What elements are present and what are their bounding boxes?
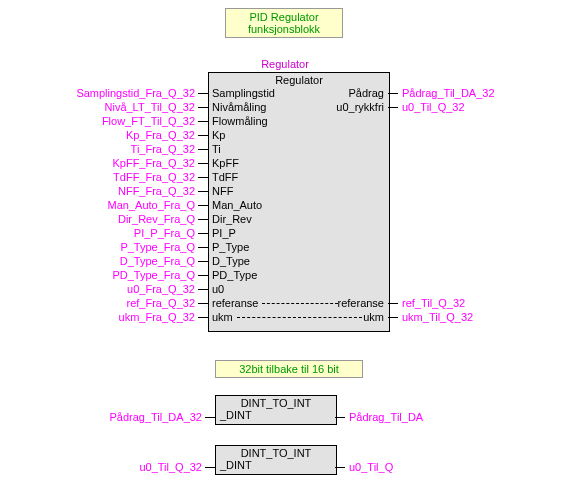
stub bbox=[198, 247, 208, 248]
stub bbox=[198, 205, 208, 206]
stub bbox=[198, 261, 208, 262]
row-3: Kp_Fra_Q_32 Kp bbox=[0, 128, 570, 142]
stub bbox=[198, 177, 208, 178]
row-12: D_Type_Fra_Q D_Type bbox=[0, 254, 570, 268]
ext-in-15: ref_Fra_Q_32 bbox=[0, 297, 195, 309]
ext-in-5: KpFF_Fra_Q_32 bbox=[0, 157, 195, 169]
port-in-8: Man_Auto bbox=[212, 199, 262, 211]
title-line2: funksjonsblokk bbox=[234, 23, 334, 35]
dash bbox=[262, 303, 338, 304]
row-4: Ti_Fra_Q_32 Ti bbox=[0, 142, 570, 156]
row-13: PD_Type_Fra_Q PD_Type bbox=[0, 268, 570, 282]
stub bbox=[205, 417, 215, 418]
ext-in-11: P_Type_Fra_Q bbox=[0, 241, 195, 253]
ext-in-16: ukm_Fra_Q_32 bbox=[0, 311, 195, 323]
port-in-6: TdFF bbox=[212, 171, 238, 183]
port-in-1: Nivåmåling bbox=[212, 101, 266, 113]
port-in-7: NFF bbox=[212, 185, 233, 197]
conv-row-0: Pådrag_Til_DA_32 Pådrag_Til_DA bbox=[0, 410, 570, 424]
row-11: P_Type_Fra_Q P_Type bbox=[0, 240, 570, 254]
stub bbox=[198, 191, 208, 192]
stub bbox=[198, 135, 208, 136]
row-7: NFF_Fra_Q_32 NFF bbox=[0, 184, 570, 198]
port-in-10: PI_P bbox=[212, 227, 236, 239]
row-15: ref_Fra_Q_32 referanse referanse ref_Til… bbox=[0, 296, 570, 310]
ext-in-10: PI_P_Fra_Q bbox=[0, 227, 195, 239]
port-out-1: u0_rykkfri bbox=[336, 101, 384, 113]
ext-out-16: ukm_Til_Q_32 bbox=[402, 311, 473, 323]
ext-in-14: u0_Fra_Q_32 bbox=[0, 283, 195, 295]
port-in-4: Ti bbox=[212, 143, 221, 155]
row-2: Flow_FT_Til_Q_32 Flowmåling bbox=[0, 114, 570, 128]
ext-in-13: PD_Type_Fra_Q bbox=[0, 269, 195, 281]
stub bbox=[388, 317, 398, 318]
conv-top-0: DINT_TO_INT bbox=[216, 396, 336, 409]
stub bbox=[198, 275, 208, 276]
ext-in-2: Flow_FT_Til_Q_32 bbox=[0, 115, 195, 127]
fb-instance-label: Regulator bbox=[0, 58, 570, 70]
ext-in-4: Ti_Fra_Q_32 bbox=[0, 143, 195, 155]
row-8: Man_Auto_Fra_Q Man_Auto bbox=[0, 198, 570, 212]
port-in-11: P_Type bbox=[212, 241, 249, 253]
stub bbox=[198, 317, 208, 318]
stub bbox=[198, 233, 208, 234]
row-16: ukm_Fra_Q_32 ukm ukm ukm_Til_Q_32 bbox=[0, 310, 570, 324]
port-out-15: referanse bbox=[338, 297, 384, 309]
title-line1: PID Regulator bbox=[234, 11, 334, 23]
port-in-14: u0 bbox=[212, 283, 224, 295]
stub bbox=[335, 417, 345, 418]
conv-top-1: DINT_TO_INT bbox=[216, 446, 336, 459]
port-in-9: Dir_Rev bbox=[212, 213, 252, 225]
ext-in-9: Dir_Rev_Fra_Q bbox=[0, 213, 195, 225]
stub bbox=[388, 93, 398, 94]
title-32bit: 32bit tilbake til 16 bit bbox=[215, 360, 363, 378]
ext-in-8: Man_Auto_Fra_Q bbox=[0, 199, 195, 211]
port-out-0: Pådrag bbox=[349, 87, 384, 99]
stub bbox=[198, 219, 208, 220]
ext-in-1: Nivå_LT_Til_Q_32 bbox=[0, 101, 195, 113]
stub bbox=[335, 467, 345, 468]
row-6: TdFF_Fra_Q_32 TdFF bbox=[0, 170, 570, 184]
stub bbox=[205, 467, 215, 468]
stub bbox=[198, 93, 208, 94]
port-in-2: Flowmåling bbox=[212, 115, 268, 127]
ext-out-1: u0_Til_Q_32 bbox=[402, 101, 465, 113]
ext-in-12: D_Type_Fra_Q bbox=[0, 255, 195, 267]
port-in-5: KpFF bbox=[212, 157, 239, 169]
dash bbox=[237, 317, 362, 318]
conv-ext-out-0: Pådrag_Til_DA bbox=[349, 411, 423, 423]
row-14: u0_Fra_Q_32 u0 bbox=[0, 282, 570, 296]
stub bbox=[198, 121, 208, 122]
ext-in-6: TdFF_Fra_Q_32 bbox=[0, 171, 195, 183]
port-out-16: ukm bbox=[363, 311, 384, 323]
port-in-0: Samplingstid bbox=[212, 87, 275, 99]
conv-row-1: u0_Til_Q_32 u0_Til_Q bbox=[0, 460, 570, 474]
stub bbox=[198, 303, 208, 304]
stub bbox=[388, 303, 398, 304]
stub bbox=[198, 107, 208, 108]
row-1: Nivå_LT_Til_Q_32 Nivåmåling u0_rykkfri u… bbox=[0, 100, 570, 114]
ext-in-3: Kp_Fra_Q_32 bbox=[0, 129, 195, 141]
port-in-13: PD_Type bbox=[212, 269, 257, 281]
port-in-16: ukm bbox=[212, 311, 233, 323]
row-9: Dir_Rev_Fra_Q Dir_Rev bbox=[0, 212, 570, 226]
ext-out-0: Pådrag_Til_DA_32 bbox=[402, 87, 495, 99]
row-0: Samplingstid_Fra_Q_32 Samplingstid Pådra… bbox=[0, 86, 570, 100]
stub bbox=[198, 289, 208, 290]
ext-in-7: NFF_Fra_Q_32 bbox=[0, 185, 195, 197]
port-in-12: D_Type bbox=[212, 255, 250, 267]
block-type-name: Regulator bbox=[209, 73, 389, 87]
port-in-3: Kp bbox=[212, 129, 225, 141]
stub bbox=[388, 107, 398, 108]
port-in-15: referanse bbox=[212, 297, 258, 309]
row-10: PI_P_Fra_Q PI_P bbox=[0, 226, 570, 240]
conv-ext-in-0: Pådrag_Til_DA_32 bbox=[0, 411, 202, 423]
stub bbox=[198, 149, 208, 150]
title2-text: 32bit tilbake til 16 bit bbox=[239, 363, 339, 375]
conv-ext-out-1: u0_Til_Q bbox=[349, 461, 393, 473]
ext-out-15: ref_Til_Q_32 bbox=[402, 297, 465, 309]
ext-in-0: Samplingstid_Fra_Q_32 bbox=[0, 87, 195, 99]
stub bbox=[198, 163, 208, 164]
row-5: KpFF_Fra_Q_32 KpFF bbox=[0, 156, 570, 170]
conv-ext-in-1: u0_Til_Q_32 bbox=[0, 461, 202, 473]
